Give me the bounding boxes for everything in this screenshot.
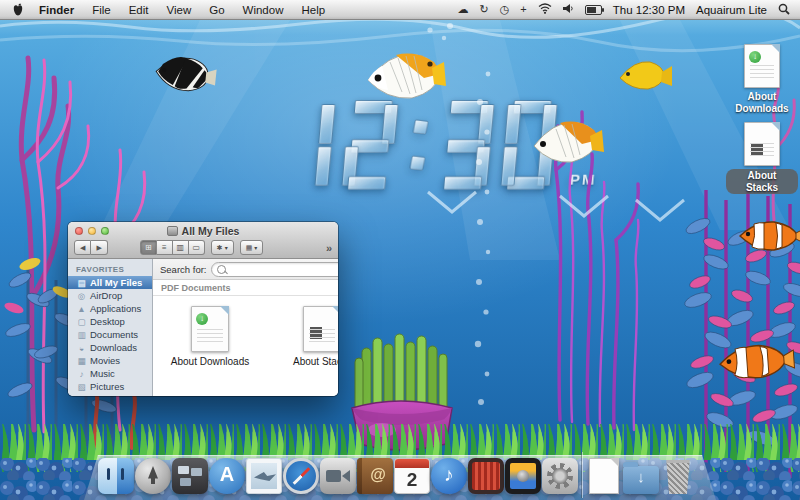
desktop-icon-about-stacks[interactable]: About Stacks [726,122,798,194]
pdf-document-icon [744,122,780,166]
aquarium-clock: PM [278,100,603,190]
finder-window[interactable]: All My Files ◀ ▶ ⊞ ≡ ▥ ▭ ✱▾ ▦▾ » FAVORIT… [68,222,338,396]
file-label: About Downloads [171,356,249,367]
download-badge-icon: ↓ [196,313,208,325]
downloads-icon: ◒ [76,343,87,353]
sync-arrows-icon[interactable]: ↻ [480,0,489,19]
dock-facetime-icon[interactable] [320,458,356,494]
sidebar-section-title: FAVORITES [68,263,152,276]
applications-icon: ▲ [76,304,87,314]
menu-finder[interactable]: Finder [30,4,83,16]
file-about-stacks[interactable]: About Stacks [293,306,338,367]
file-label: About Stacks [293,356,338,367]
spotlight-icon[interactable] [778,3,790,17]
view-coverflow-button[interactable]: ▭ [189,240,205,255]
desktop-icon-label: About Downloads [726,91,798,114]
clock-digits [278,100,571,190]
dock-mission-control-icon[interactable] [172,458,208,494]
apple-menu-icon[interactable] [12,3,24,17]
view-list-button[interactable]: ≡ [157,240,173,255]
sidebar-item-music[interactable]: ♪Music [68,367,152,380]
battery-icon[interactable] [585,5,602,15]
toolbar-overflow-button[interactable]: » [326,242,332,254]
dock-finder-icon[interactable] [98,458,134,494]
menu-edit[interactable]: Edit [120,4,158,16]
chevron-down-icon: ▾ [225,244,228,251]
menu-bar-clock[interactable]: Thu 12:30 PM [613,4,685,16]
dock-trash-icon[interactable] [664,460,692,494]
search-icon [217,265,226,274]
music-icon: ♪ [76,369,87,379]
menu-file[interactable]: File [83,4,120,16]
dock-itunes-icon[interactable] [431,458,467,494]
action-menu-button[interactable]: ✱▾ [211,240,234,255]
dock-calendar-icon[interactable]: 2 [394,458,430,494]
sidebar-item-downloads[interactable]: ◒Downloads [68,341,152,354]
desktop-icon: ▢ [76,317,87,327]
pdf-document-icon: ↓ [744,44,780,88]
dock-downloads-folder-icon[interactable] [623,466,659,494]
dock-document-icon[interactable] [589,458,619,494]
dock-separator [579,452,585,494]
arrange-menu-button[interactable]: ▦▾ [240,240,264,255]
all-my-files-icon: ▤ [76,278,87,288]
sidebar-item-pictures[interactable]: ▧Pictures [68,380,152,393]
dock: 2 [0,444,800,500]
airdrop-icon: ◎ [76,291,87,301]
chevron-down-icon: ▾ [254,244,257,251]
sidebar-item-all-my-files[interactable]: ▤All My Files [68,276,152,289]
documents-icon: ▥ [76,330,87,340]
time-machine-icon[interactable]: ◷ [500,0,510,19]
window-proxy-icon [167,226,178,236]
pictures-icon: ▧ [76,382,87,392]
window-toolbar: ◀ ▶ ⊞ ≡ ▥ ▭ ✱▾ ▦▾ » [68,238,338,257]
view-icons-button[interactable]: ⊞ [140,240,157,255]
search-field[interactable] [211,262,338,277]
movies-icon: ▦ [76,356,87,366]
sidebar-item-documents[interactable]: ▥Documents [68,328,152,341]
search-label: Search for: [160,264,206,275]
sidebar-item-desktop[interactable]: ▢Desktop [68,315,152,328]
finder-sidebar: FAVORITES ▤All My Files ◎AirDrop ▲Applic… [68,259,153,396]
desktop-icon-label: About Stacks [726,169,798,194]
menu-bar: Finder File Edit View Go Window Help ☁ ↻… [0,0,800,20]
dock-app-store-icon[interactable] [209,458,245,494]
dock-system-preferences-icon[interactable] [542,458,578,494]
group-header: PDF Documents [153,280,338,296]
dock-mail-icon[interactable] [246,458,282,494]
desktop-icon-about-downloads[interactable]: ↓ About Downloads [726,44,798,114]
accessibility-icon[interactable]: + [520,0,526,19]
sidebar-item-airdrop[interactable]: ◎AirDrop [68,289,152,302]
pdf-document-icon [303,306,338,352]
menu-bar-app-title[interactable]: Aquairum Lite [696,4,767,16]
dock-launchpad-icon[interactable] [135,458,171,494]
cloud-sync-icon[interactable]: ☁ [458,0,469,19]
forward-button[interactable]: ▶ [91,240,107,255]
window-title: All My Files [68,225,338,237]
back-button[interactable]: ◀ [74,240,91,255]
search-row: Search for: [153,259,338,280]
menu-view[interactable]: View [158,4,201,16]
dock-photo-booth-icon[interactable] [468,458,504,494]
file-about-downloads[interactable]: ↓ About Downloads [171,306,249,367]
volume-icon[interactable] [563,3,574,16]
menu-go[interactable]: Go [200,4,233,16]
pdf-document-icon: ↓ [191,306,229,352]
clock-period: PM [569,171,597,188]
wifi-icon[interactable] [538,3,552,16]
dock-iphoto-icon[interactable] [505,458,541,494]
sidebar-item-movies[interactable]: ▦Movies [68,354,152,367]
sidebar-item-applications[interactable]: ▲Applications [68,302,152,315]
search-input[interactable] [226,263,338,275]
view-columns-button[interactable]: ▥ [173,240,189,255]
dock-contacts-icon[interactable] [357,458,393,494]
window-chrome[interactable]: All My Files ◀ ▶ ⊞ ≡ ▥ ▭ ✱▾ ▦▾ » [68,222,338,259]
menu-help[interactable]: Help [292,4,334,16]
download-badge-icon: ↓ [749,51,761,63]
menu-window[interactable]: Window [234,4,293,16]
dock-safari-icon[interactable] [283,458,319,494]
